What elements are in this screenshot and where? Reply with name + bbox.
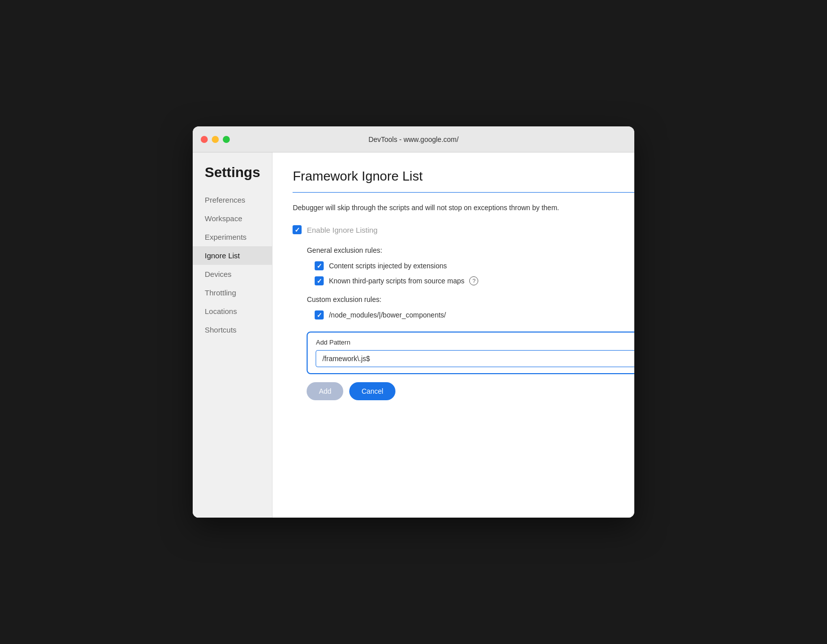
sidebar-item-throttling[interactable]: Throttling	[193, 283, 272, 302]
rule2-checkbox[interactable]	[315, 276, 324, 285]
description-text: Debugger will skip through the scripts a…	[293, 203, 634, 213]
pattern-input[interactable]	[316, 350, 634, 367]
node-modules-rule-row: /node_modules/|/bower_components/	[315, 310, 634, 319]
node-modules-checkbox[interactable]	[315, 310, 324, 319]
rule2-label: Known third-party scripts from source ma…	[329, 277, 464, 285]
custom-exclusion-section: Custom exclusion rules: /node_modules/|/…	[307, 295, 634, 400]
sidebar-item-experiments[interactable]: Experiments	[193, 228, 272, 246]
rule1-checkbox[interactable]	[315, 261, 324, 270]
node-modules-rule-label: /node_modules/|/bower_components/	[329, 311, 446, 319]
settings-main-panel: ✕ Framework Ignore List Debugger will sk…	[272, 152, 634, 518]
add-button[interactable]: Add	[307, 382, 343, 400]
window-title: DevTools - www.google.com/	[368, 135, 459, 143]
enable-ignore-listing-label: Enable Ignore Listing	[307, 226, 377, 234]
minimize-traffic-light[interactable]	[212, 136, 219, 143]
sidebar-title: Settings	[193, 165, 272, 191]
devtools-window: DevTools - www.google.com/ Settings Pref…	[193, 126, 634, 518]
sidebar-item-preferences[interactable]: Preferences	[193, 191, 272, 209]
title-divider	[293, 192, 634, 193]
sidebar: Settings Preferences Workspace Experimen…	[193, 152, 272, 518]
rule1-label: Content scripts injected by extensions	[329, 262, 447, 270]
enable-ignore-listing-row: Enable Ignore Listing	[293, 225, 634, 234]
panel-title: Framework Ignore List	[293, 169, 634, 184]
traffic-lights	[201, 136, 230, 143]
rule-row-2: Known third-party scripts from source ma…	[315, 276, 634, 285]
sidebar-item-devices[interactable]: Devices	[193, 265, 272, 283]
enable-ignore-listing-checkbox[interactable]	[293, 225, 302, 234]
general-exclusion-rules-label: General exclusion rules:	[307, 246, 634, 254]
cancel-button[interactable]: Cancel	[349, 382, 395, 400]
button-row: Add Cancel	[307, 382, 634, 400]
help-icon[interactable]: ?	[469, 276, 478, 285]
add-pattern-box: Add Pattern	[307, 332, 634, 374]
titlebar: DevTools - www.google.com/	[193, 126, 634, 152]
sidebar-item-ignore-list[interactable]: Ignore List	[193, 246, 272, 265]
sidebar-item-locations[interactable]: Locations	[193, 302, 272, 320]
rules-section: General exclusion rules: Content scripts…	[307, 246, 634, 400]
rule-row-1: Content scripts injected by extensions	[315, 261, 634, 270]
sidebar-item-shortcuts[interactable]: Shortcuts	[193, 320, 272, 339]
maximize-traffic-light[interactable]	[223, 136, 230, 143]
custom-exclusion-rules-label: Custom exclusion rules:	[307, 295, 634, 303]
main-content: Settings Preferences Workspace Experimen…	[193, 152, 634, 518]
close-traffic-light[interactable]	[201, 136, 208, 143]
add-pattern-label: Add Pattern	[316, 339, 634, 346]
sidebar-item-workspace[interactable]: Workspace	[193, 209, 272, 228]
